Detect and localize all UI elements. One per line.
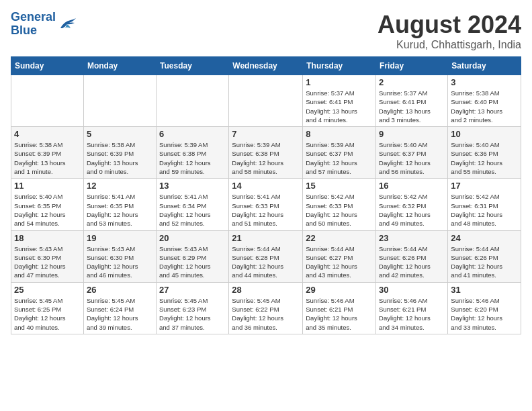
day-number: 3	[451, 77, 518, 87]
calendar-cell: 15Sunrise: 5:42 AM Sunset: 6:33 PM Dayli…	[303, 179, 376, 230]
calendar-cell: 27Sunrise: 5:45 AM Sunset: 6:23 PM Dayli…	[157, 282, 229, 334]
day-number: 4	[14, 129, 81, 139]
calendar-cell: 17Sunrise: 5:42 AM Sunset: 6:31 PM Dayli…	[448, 179, 521, 230]
calendar-cell: 8Sunrise: 5:39 AM Sunset: 6:37 PM Daylig…	[303, 127, 376, 179]
day-info: Sunrise: 5:44 AM Sunset: 6:26 PM Dayligh…	[451, 244, 518, 280]
day-info: Sunrise: 5:43 AM Sunset: 6:29 PM Dayligh…	[159, 244, 226, 280]
day-info: Sunrise: 5:37 AM Sunset: 6:41 PM Dayligh…	[379, 89, 445, 124]
day-number: 5	[87, 129, 153, 139]
calendar-cell: 10Sunrise: 5:40 AM Sunset: 6:36 PM Dayli…	[448, 127, 521, 179]
day-info: Sunrise: 5:45 AM Sunset: 6:25 PM Dayligh…	[14, 296, 81, 332]
calendar-table: SundayMondayTuesdayWednesdayThursdayFrid…	[11, 56, 521, 334]
weekday-header-wednesday: Wednesday	[229, 57, 303, 75]
weekday-header-monday: Monday	[83, 57, 156, 75]
calendar-cell: 14Sunrise: 5:41 AM Sunset: 6:33 PM Dayli…	[229, 179, 303, 230]
calendar-cell: 12Sunrise: 5:41 AM Sunset: 6:35 PM Dayli…	[83, 179, 156, 230]
day-info: Sunrise: 5:46 AM Sunset: 6:21 PM Dayligh…	[306, 296, 373, 332]
calendar-cell: 4Sunrise: 5:38 AM Sunset: 6:39 PM Daylig…	[11, 127, 84, 179]
calendar-cell: 24Sunrise: 5:44 AM Sunset: 6:26 PM Dayli…	[448, 230, 521, 282]
day-number: 15	[306, 181, 373, 191]
day-info: Sunrise: 5:43 AM Sunset: 6:30 PM Dayligh…	[14, 244, 81, 280]
day-info: Sunrise: 5:40 AM Sunset: 6:35 PM Dayligh…	[14, 192, 81, 228]
day-number: 27	[159, 285, 226, 295]
day-info: Sunrise: 5:38 AM Sunset: 6:39 PM Dayligh…	[87, 140, 153, 176]
calendar-cell: 9Sunrise: 5:40 AM Sunset: 6:37 PM Daylig…	[376, 127, 448, 179]
day-number: 22	[306, 233, 373, 243]
day-info: Sunrise: 5:45 AM Sunset: 6:22 PM Dayligh…	[232, 296, 300, 332]
weekday-header-row: SundayMondayTuesdayWednesdayThursdayFrid…	[11, 57, 521, 75]
calendar-cell	[83, 75, 156, 127]
day-info: Sunrise: 5:40 AM Sunset: 6:36 PM Dayligh…	[451, 140, 518, 176]
day-number: 2	[379, 77, 445, 87]
weekday-header-saturday: Saturday	[448, 57, 521, 75]
calendar-cell: 11Sunrise: 5:40 AM Sunset: 6:35 PM Dayli…	[11, 179, 84, 230]
day-number: 16	[379, 181, 445, 191]
day-number: 14	[232, 181, 300, 191]
weekday-header-tuesday: Tuesday	[157, 57, 229, 75]
day-number: 10	[451, 129, 518, 139]
day-info: Sunrise: 5:44 AM Sunset: 6:28 PM Dayligh…	[232, 244, 300, 280]
day-info: Sunrise: 5:41 AM Sunset: 6:35 PM Dayligh…	[87, 192, 153, 228]
calendar-cell: 1Sunrise: 5:37 AM Sunset: 6:41 PM Daylig…	[303, 75, 376, 127]
day-number: 8	[306, 129, 373, 139]
calendar-cell: 30Sunrise: 5:46 AM Sunset: 6:21 PM Dayli…	[376, 282, 448, 334]
month-year: August 2024	[378, 11, 521, 39]
day-info: Sunrise: 5:41 AM Sunset: 6:33 PM Dayligh…	[232, 192, 300, 228]
day-info: Sunrise: 5:45 AM Sunset: 6:23 PM Dayligh…	[159, 296, 226, 332]
day-info: Sunrise: 5:44 AM Sunset: 6:27 PM Dayligh…	[306, 244, 373, 280]
calendar-week-row: 18Sunrise: 5:43 AM Sunset: 6:30 PM Dayli…	[11, 230, 521, 282]
day-info: Sunrise: 5:42 AM Sunset: 6:32 PM Dayligh…	[379, 192, 445, 228]
day-info: Sunrise: 5:39 AM Sunset: 6:38 PM Dayligh…	[159, 140, 226, 176]
day-info: Sunrise: 5:38 AM Sunset: 6:40 PM Dayligh…	[451, 89, 518, 124]
day-number: 20	[159, 233, 226, 243]
calendar-week-row: 4Sunrise: 5:38 AM Sunset: 6:39 PM Daylig…	[11, 127, 521, 179]
day-number: 1	[306, 77, 373, 87]
calendar-week-row: 1Sunrise: 5:37 AM Sunset: 6:41 PM Daylig…	[11, 75, 521, 127]
day-number: 31	[451, 285, 518, 295]
location: Kurud, Chhattisgarh, India	[378, 39, 521, 51]
logo-bird-icon	[57, 16, 77, 32]
day-info: Sunrise: 5:38 AM Sunset: 6:39 PM Dayligh…	[14, 140, 81, 176]
day-info: Sunrise: 5:43 AM Sunset: 6:30 PM Dayligh…	[87, 244, 153, 280]
day-info: Sunrise: 5:39 AM Sunset: 6:37 PM Dayligh…	[306, 140, 373, 176]
day-number: 23	[379, 233, 445, 243]
day-info: Sunrise: 5:37 AM Sunset: 6:41 PM Dayligh…	[306, 89, 373, 124]
calendar-cell: 25Sunrise: 5:45 AM Sunset: 6:25 PM Dayli…	[11, 282, 84, 334]
day-info: Sunrise: 5:40 AM Sunset: 6:37 PM Dayligh…	[379, 140, 445, 176]
day-number: 17	[451, 181, 518, 191]
day-number: 24	[451, 233, 518, 243]
calendar-cell: 6Sunrise: 5:39 AM Sunset: 6:38 PM Daylig…	[157, 127, 229, 179]
day-number: 6	[159, 129, 226, 139]
calendar-cell: 7Sunrise: 5:39 AM Sunset: 6:38 PM Daylig…	[229, 127, 303, 179]
calendar-cell: 29Sunrise: 5:46 AM Sunset: 6:21 PM Dayli…	[303, 282, 376, 334]
day-number: 18	[14, 233, 81, 243]
day-number: 11	[14, 181, 81, 191]
logo-text: General Blue	[11, 11, 56, 38]
day-info: Sunrise: 5:46 AM Sunset: 6:20 PM Dayligh…	[451, 296, 518, 332]
day-number: 26	[87, 285, 153, 295]
weekday-header-thursday: Thursday	[303, 57, 376, 75]
calendar-cell: 19Sunrise: 5:43 AM Sunset: 6:30 PM Dayli…	[83, 230, 156, 282]
calendar-cell	[229, 75, 303, 127]
day-info: Sunrise: 5:44 AM Sunset: 6:26 PM Dayligh…	[379, 244, 445, 280]
calendar-cell: 28Sunrise: 5:45 AM Sunset: 6:22 PM Dayli…	[229, 282, 303, 334]
day-number: 7	[232, 129, 300, 139]
calendar-week-row: 11Sunrise: 5:40 AM Sunset: 6:35 PM Dayli…	[11, 179, 521, 230]
calendar-cell: 13Sunrise: 5:41 AM Sunset: 6:34 PM Dayli…	[157, 179, 229, 230]
day-number: 25	[14, 285, 81, 295]
day-info: Sunrise: 5:42 AM Sunset: 6:31 PM Dayligh…	[451, 192, 518, 228]
day-number: 12	[87, 181, 153, 191]
calendar-cell: 3Sunrise: 5:38 AM Sunset: 6:40 PM Daylig…	[448, 75, 521, 127]
calendar-cell	[11, 75, 84, 127]
calendar-cell: 31Sunrise: 5:46 AM Sunset: 6:20 PM Dayli…	[448, 282, 521, 334]
day-number: 9	[379, 129, 445, 139]
day-number: 13	[159, 181, 226, 191]
calendar-cell: 21Sunrise: 5:44 AM Sunset: 6:28 PM Dayli…	[229, 230, 303, 282]
weekday-header-sunday: Sunday	[11, 57, 84, 75]
day-info: Sunrise: 5:42 AM Sunset: 6:33 PM Dayligh…	[306, 192, 373, 228]
calendar-cell: 26Sunrise: 5:45 AM Sunset: 6:24 PM Dayli…	[83, 282, 156, 334]
calendar-cell: 20Sunrise: 5:43 AM Sunset: 6:29 PM Dayli…	[157, 230, 229, 282]
calendar-cell: 2Sunrise: 5:37 AM Sunset: 6:41 PM Daylig…	[376, 75, 448, 127]
day-info: Sunrise: 5:41 AM Sunset: 6:34 PM Dayligh…	[159, 192, 226, 228]
day-info: Sunrise: 5:46 AM Sunset: 6:21 PM Dayligh…	[379, 296, 445, 332]
